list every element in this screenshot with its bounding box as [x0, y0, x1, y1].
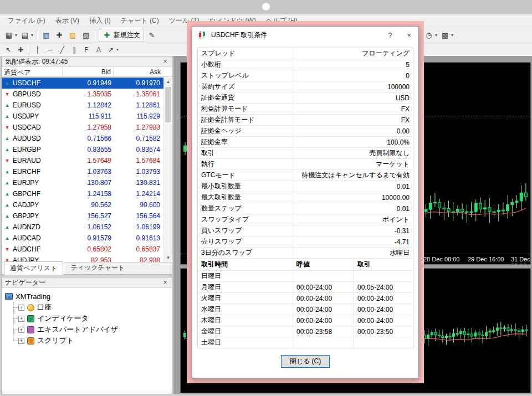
symbol-cell: ▼AUDCHF: [2, 245, 63, 253]
help-button[interactable]: ?: [381, 27, 400, 43]
text-icon[interactable]: A: [93, 45, 104, 55]
day-label: 水曜日: [198, 304, 293, 315]
market-watch-toggle-icon[interactable]: ▥: [40, 29, 52, 41]
item-label: エキスパートアドバイザ: [37, 325, 118, 335]
market-watch-row[interactable]: ▲EURUSD1.128421.12861: [2, 100, 163, 111]
dialog-close-button[interactable]: ×: [400, 27, 418, 43]
market-watch-row[interactable]: ▲AUDUSD0.715660.71582: [2, 133, 163, 144]
market-watch-row[interactable]: ▲AUDNZD1.061521.06199: [2, 222, 163, 233]
timeframes-caret-icon[interactable]: ▾: [435, 33, 437, 38]
navigator-item[interactable]: +スクリプト: [11, 335, 172, 346]
scroll-up-icon[interactable]: ▲: [164, 78, 172, 86]
spec-row: 小数桁5: [198, 59, 413, 70]
expand-icon[interactable]: +: [18, 327, 24, 333]
bid-value: 130.807: [63, 179, 114, 187]
scroll-down-icon[interactable]: ▼: [164, 254, 172, 262]
up-arrow-icon: ▲: [4, 180, 11, 186]
expand-icon[interactable]: +: [18, 316, 24, 322]
trade-hours: 00:05-24:00: [354, 282, 413, 292]
navigator-item[interactable]: +口座: [11, 302, 172, 313]
market-watch-rows: ▲USDCHF0.919490.91970▼GBPUSD1.350351.350…: [2, 78, 163, 262]
column-bid[interactable]: Bid: [63, 67, 114, 76]
dialog-title-bar[interactable]: USDCHF 取引条件 ? ×: [192, 27, 418, 43]
close-icon[interactable]: ×: [161, 279, 170, 286]
ask-value: 0.91970: [114, 79, 163, 87]
tab-tick-chart[interactable]: ティックチャート: [64, 261, 131, 274]
new-order-label: 新規注文: [114, 30, 140, 40]
terminal-toggle-icon[interactable]: ▨: [80, 29, 92, 41]
trade-hours: [354, 271, 413, 281]
spec-value: 待機注文はキャンセルするまで有効: [293, 171, 413, 180]
hours-row: 木曜日00:00-24:0000:00-24:00: [198, 315, 413, 326]
menu-item[interactable]: ファイル (F): [3, 15, 50, 27]
new-chart-caret-icon[interactable]: ▾: [15, 33, 17, 38]
spec-row: 買いスワップ-0.31: [198, 225, 413, 236]
metaeditor-icon[interactable]: ✎: [146, 29, 158, 41]
templates-icon[interactable]: ▩: [439, 29, 451, 41]
spec-value: 0.01: [293, 183, 413, 191]
menu-item[interactable]: 表示 (V): [51, 15, 84, 27]
market-watch-row[interactable]: ▲AUDCAD0.915790.91613: [2, 233, 163, 244]
symbol-cell: ▲EURJPY: [2, 179, 63, 187]
spec-label: 売りスワップ: [198, 236, 293, 247]
crosshair-icon[interactable]: ✚: [15, 45, 26, 55]
close-button[interactable]: 閉じる (C): [281, 355, 330, 368]
horizontal-line-icon[interactable]: ─: [44, 45, 55, 55]
vertical-line-icon[interactable]: │: [32, 45, 43, 55]
cursor-icon[interactable]: ↖: [3, 45, 14, 55]
arrows-caret-icon[interactable]: ▾: [116, 47, 119, 52]
market-watch-row[interactable]: ▲EURCHF1.037631.03793: [2, 166, 163, 177]
bid-value: 1.27958: [63, 124, 114, 131]
channel-icon[interactable]: ∥: [69, 45, 80, 55]
profiles-icon[interactable]: ▤: [19, 29, 31, 41]
item-icon: [27, 337, 34, 344]
navigator-item[interactable]: +エキスパートアドバイザ: [11, 324, 172, 335]
ask-value: 0.71582: [114, 135, 163, 142]
timeframes-icon[interactable]: ◷: [423, 29, 435, 41]
trendline-icon[interactable]: ╱: [57, 45, 68, 55]
menu-item[interactable]: 挿入 (I): [85, 15, 115, 27]
dialog-highlight-frame: USDCHF 取引条件 ? × スプレッドフローティング小数桁5ストップレベル0…: [187, 21, 424, 383]
spec-value: マーケット: [293, 160, 413, 169]
new-chart-icon[interactable]: ▦: [3, 29, 15, 41]
market-watch-row[interactable]: ▼GBPUSD1.350351.35061: [2, 89, 163, 100]
tab-symbol-list[interactable]: 通貨ペアリスト: [4, 261, 63, 275]
market-watch-row[interactable]: ▲USDJPY115.911115.929: [2, 111, 163, 122]
menu-item[interactable]: チャート (C): [116, 15, 163, 27]
close-icon[interactable]: ×: [161, 58, 170, 65]
expand-icon[interactable]: +: [18, 305, 24, 311]
market-watch-scrollbar[interactable]: ▲ ▼: [163, 78, 172, 262]
market-watch-row[interactable]: ▲GBPJPY156.527156.564: [2, 210, 163, 222]
item-icon: [27, 304, 34, 311]
up-arrow-icon: ▲: [4, 235, 11, 241]
ask-value: 130.831: [114, 179, 163, 187]
spec-row: 取引売買制限なし: [198, 148, 413, 159]
templates-caret-icon[interactable]: ▾: [451, 33, 453, 38]
market-watch-row[interactable]: ▼AUDCHF0.658020.65837: [2, 244, 163, 255]
market-watch-row[interactable]: ▲EURGBP0.835550.83574: [2, 144, 163, 155]
expand-icon[interactable]: +: [18, 338, 24, 344]
day-label: 木曜日: [198, 315, 293, 326]
column-symbol[interactable]: 通貨ペア: [2, 67, 63, 76]
up-arrow-icon: ▲: [4, 80, 11, 86]
fibonacci-icon[interactable]: F: [81, 45, 92, 55]
market-watch-row[interactable]: ▲CADJPY90.56290.600: [2, 199, 163, 210]
column-ask[interactable]: Ask: [114, 67, 172, 76]
market-watch-row[interactable]: ▲USDCHF0.919490.91970: [2, 78, 163, 89]
hours-row: 水曜日00:00-24:0000:00-24:00: [198, 304, 413, 315]
scroll-thumb[interactable]: [165, 87, 171, 122]
market-watch-row[interactable]: ▼EURAUD1.576491.57684: [2, 155, 163, 166]
market-watch-row[interactable]: ▲EURJPY130.807130.831: [2, 177, 163, 188]
arrows-icon[interactable]: ↗: [105, 45, 116, 55]
navigator-toggle-icon[interactable]: ▧: [66, 29, 79, 41]
trade-hours: 00:00-24:00: [354, 293, 413, 304]
account-server-icon: [5, 293, 13, 300]
market-watch-row[interactable]: ▲GBPCHF1.241581.24214: [2, 188, 163, 199]
day-label: 月曜日: [198, 282, 293, 292]
data-window-icon[interactable]: ✚: [53, 29, 65, 41]
navigator-item[interactable]: +インディケータ: [11, 313, 172, 324]
navigator-root-item[interactable]: XMTrading: [5, 291, 172, 302]
new-order-button[interactable]: ✚ 新規注文: [99, 29, 144, 42]
market-watch-row[interactable]: ▼USDCAD1.279581.27983: [2, 122, 163, 133]
profiles-caret-icon[interactable]: ▾: [31, 33, 33, 38]
